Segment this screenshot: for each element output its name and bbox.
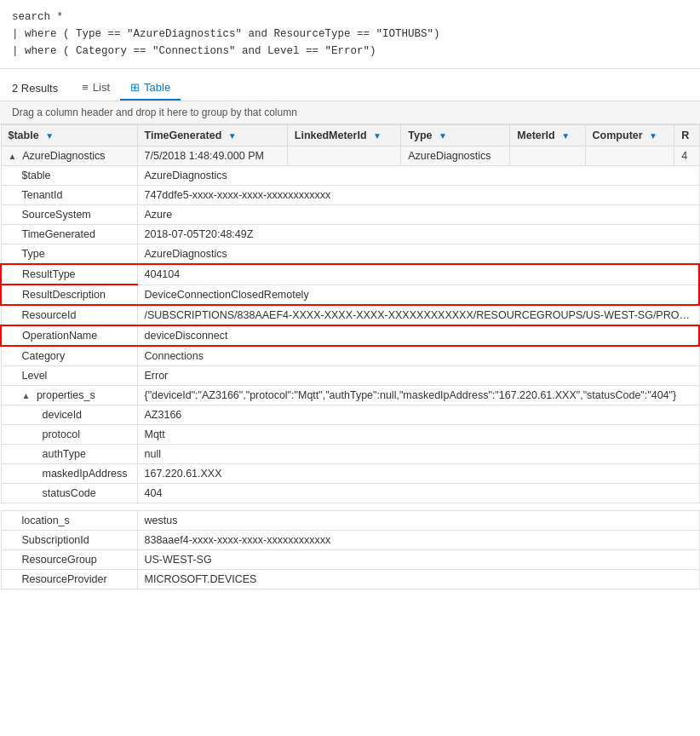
sub-detail-value-deviceid: AZ3166 [137, 405, 699, 425]
detail-row-resultdescription: ResultDescription DeviceConnectionClosed… [1, 285, 699, 305]
detail-value-props: {"deviceId":"AZ3166","protocol":"Mqtt","… [137, 386, 699, 405]
detail-label-level: Level [1, 366, 137, 386]
detail-value-category: Connections [137, 346, 699, 366]
col-timegenerated[interactable]: TimeGenerated ▼ [137, 125, 287, 147]
data-table: $table ▼ TimeGenerated ▼ LinkedMeterId ▼… [0, 124, 700, 589]
detail-value-resourcegroup: US-WEST-SG [137, 550, 699, 570]
group-row-meter-cell [510, 147, 585, 166]
detail-label-type: Type [1, 244, 137, 265]
group-row-r-cell: 4 [674, 147, 699, 166]
detail-label-sourcesystem: SourceSystem [1, 205, 137, 225]
props-label: properties_s [37, 389, 95, 401]
detail-label-resourceprovider: ResourceProvider [1, 570, 137, 589]
detail-value-resultdesc: DeviceConnectionClosedRemotely [137, 285, 699, 305]
col-r[interactable]: R [674, 125, 699, 147]
props-expand-icon[interactable]: ▲ [22, 391, 31, 400]
sub-detail-label-authtype: authType [1, 445, 137, 464]
detail-value-resourceid: /SUBSCRIPTIONS/838AAEF4-XXXX-XXXX-XXXX-X… [137, 305, 699, 325]
table-header-row: $table ▼ TimeGenerated ▼ LinkedMeterId ▼… [1, 125, 699, 147]
detail-row-subscriptionid: SubscriptionId 838aaef4-xxxx-xxxx-xxxx-x… [1, 531, 699, 550]
detail-value-type: AzureDiagnostics [137, 244, 699, 265]
query-area: search * | where ( Type == "AzureDiagnos… [0, 0, 700, 69]
detail-label-resultdesc: ResultDescription [1, 285, 137, 305]
detail-label-tenantid: TenantId [1, 186, 137, 205]
detail-label-timegenerated: TimeGenerated [1, 225, 137, 244]
col-stable[interactable]: $table ▼ [1, 125, 137, 147]
filter-icon-computer[interactable]: ▼ [649, 131, 657, 141]
detail-value-level: Error [137, 366, 699, 386]
col-r-label: R [681, 129, 689, 141]
query-line2: | where ( Type == "AzureDiagnostics" and… [12, 26, 688, 43]
detail-label-category: Category [1, 346, 137, 366]
sub-detail-value-statuscode: 404 [137, 484, 699, 503]
detail-row-resourceprovider: ResourceProvider MICROSOFT.DEVICES [1, 570, 699, 589]
detail-value-stable: AzureDiagnostics [137, 166, 699, 186]
detail-label-stable: $table [1, 166, 137, 186]
detail-row-sourcesystem: SourceSystem Azure [1, 205, 699, 225]
sub-detail-label-statuscode: statusCode [1, 484, 137, 503]
detail-row-statuscode: statusCode 404 [1, 484, 699, 503]
detail-row-locations: location_s westus [1, 511, 699, 531]
group-row-time-cell: 7/5/2018 1:48:49.000 PM [137, 147, 287, 166]
detail-row-resourcegroup: ResourceGroup US-WEST-SG [1, 550, 699, 570]
col-stable-label: $table [9, 129, 39, 141]
filter-icon-stable[interactable]: ▼ [45, 131, 54, 141]
col-type-label: Type [408, 129, 432, 141]
filter-icon-type[interactable]: ▼ [439, 131, 447, 141]
detail-value-resourceprovider: MICROSOFT.DEVICES [137, 570, 699, 589]
table-icon: ⊞ [130, 81, 140, 94]
detail-row-deviceid: deviceId AZ3166 [1, 405, 699, 425]
tab-table[interactable]: ⊞ Table [120, 76, 181, 101]
detail-row-protocol: protocol Mqtt [1, 425, 699, 445]
filter-icon-time[interactable]: ▼ [228, 131, 237, 141]
group-table-value: AzureDiagnostics [22, 150, 105, 162]
col-meterid-label: MeterId [517, 129, 554, 141]
detail-row-maskedip: maskedIpAddress 167.220.61.XXX [1, 464, 699, 484]
col-meterid[interactable]: MeterId ▼ [510, 125, 585, 147]
col-computer-label: Computer [593, 129, 643, 141]
detail-row-timegenerated: TimeGenerated 2018-07-05T20:48:49Z [1, 225, 699, 244]
col-linkedmeterid[interactable]: LinkedMeterId ▼ [287, 125, 400, 147]
detail-value-opname: deviceDisconnect [137, 325, 699, 346]
detail-label-resulttype: ResultType [1, 264, 137, 285]
group-row-table-cell: ▲ AzureDiagnostics [1, 147, 137, 166]
query-line1: search * [12, 9, 688, 26]
detail-label-subid: SubscriptionId [1, 531, 137, 550]
group-row-computer-cell [585, 147, 674, 166]
data-table-wrapper: $table ▼ TimeGenerated ▼ LinkedMeterId ▼… [0, 124, 700, 589]
sub-detail-label-protocol: protocol [1, 425, 137, 445]
detail-label-resourceid: ResourceId [1, 305, 137, 325]
detail-value-resulttype: 404104 [137, 264, 699, 285]
list-icon: ≡ [82, 81, 89, 94]
detail-value-locations: westus [137, 511, 699, 531]
col-computer[interactable]: Computer ▼ [585, 125, 674, 147]
sub-detail-value-protocol: Mqtt [137, 425, 699, 445]
detail-row-category: Category Connections [1, 346, 699, 366]
filter-icon-linked[interactable]: ▼ [373, 131, 382, 141]
detail-label-opname: OperationName [1, 325, 137, 346]
detail-row-properties-group[interactable]: ▲ properties_s {"deviceId":"AZ3166","pro… [1, 386, 699, 405]
detail-row-stable: $table AzureDiagnostics [1, 166, 699, 186]
filter-icon-meter[interactable]: ▼ [561, 131, 570, 141]
results-count: 2 Results [12, 82, 58, 95]
group-row-linked-cell [287, 147, 400, 166]
sub-detail-label-deviceid: deviceId [1, 405, 137, 425]
detail-label-resourcegroup: ResourceGroup [1, 550, 137, 570]
expand-icon[interactable]: ▲ [9, 152, 17, 161]
sub-detail-value-authtype: null [137, 445, 699, 464]
detail-value-sourcesystem: Azure [137, 205, 699, 225]
detail-label-props: ▲ properties_s [1, 386, 137, 405]
group-time-value: 7/5/2018 1:48:49.000 PM [145, 150, 264, 162]
group-type-value: AzureDiagnostics [408, 150, 491, 162]
group-row-azure[interactable]: ▲ AzureDiagnostics 7/5/2018 1:48:49.000 … [1, 147, 699, 166]
sub-detail-label-maskedip: maskedIpAddress [1, 464, 137, 484]
detail-label-locations: location_s [1, 511, 137, 531]
detail-value-subid: 838aaef4-xxxx-xxxx-xxxx-xxxxxxxxxxxx [137, 531, 699, 550]
detail-row-authtype: authType null [1, 445, 699, 464]
detail-value-timegenerated: 2018-07-05T20:48:49Z [137, 225, 699, 244]
detail-row-resulttype: ResultType 404104 [1, 264, 699, 285]
detail-value-tenantid: 747ddfe5-xxxx-xxxx-xxxx-xxxxxxxxxxxx [137, 186, 699, 205]
tab-list[interactable]: ≡ List [72, 76, 120, 101]
col-type[interactable]: Type ▼ [401, 125, 510, 147]
col-timegenerated-label: TimeGenerated [145, 129, 222, 141]
